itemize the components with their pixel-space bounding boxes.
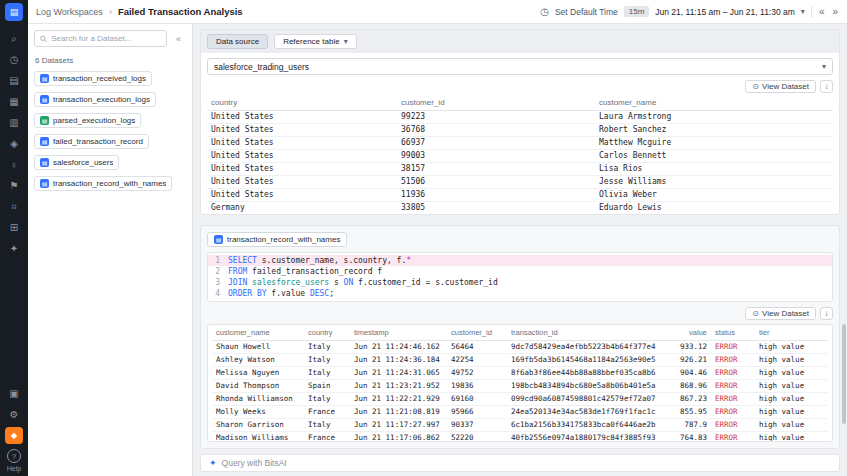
- column-header: customer_id: [447, 325, 507, 341]
- download-icon[interactable]: ↓: [820, 307, 833, 320]
- table-cell: 40fb2556e0974a1880179c84f3885f93: [507, 432, 665, 443]
- table-cell: 169fb5da3b6145468a1184a2563e90e5: [507, 354, 665, 367]
- table-cell: Germany: [207, 202, 397, 215]
- search-icon[interactable]: ⌕: [5, 30, 23, 47]
- table-cell: 99223: [397, 111, 595, 124]
- time-range-label[interactable]: Jun 21, 11:15 am – Jun 21, 11:30 am: [655, 7, 795, 17]
- time-forward-button[interactable]: »: [831, 6, 839, 17]
- alerts-icon[interactable]: ⚑: [5, 177, 23, 194]
- table-cell: ERROR: [711, 380, 755, 393]
- table-cell: David Thompson: [212, 380, 304, 393]
- dataset-sidebar: « 6 Datasets ▤transaction_received_logs▤…: [28, 24, 193, 476]
- duration-badge[interactable]: 15m: [624, 6, 650, 17]
- table-cell: Carlos Bennett: [595, 150, 833, 163]
- datasource-tabstrip: Data source Reference table ▾: [201, 30, 839, 53]
- vertical-scrollbar[interactable]: [842, 324, 846, 424]
- dashboards-icon[interactable]: ▦: [5, 93, 23, 110]
- tab-data-source[interactable]: Data source: [207, 34, 268, 49]
- table-cell: 49752: [447, 367, 507, 380]
- table-cell: 33805: [397, 202, 595, 215]
- dataset-item[interactable]: ▤failed_transaction_record: [34, 134, 149, 149]
- clock-icon: ◷: [540, 6, 549, 17]
- table-cell: 42254: [447, 354, 507, 367]
- breadcrumb[interactable]: Log Workspaces: [36, 7, 103, 17]
- dataset-icon: ▤: [40, 74, 49, 83]
- dataset-item[interactable]: ▤transaction_execution_logs: [34, 92, 156, 107]
- sql-editor[interactable]: 1SELECT s.customer_name, s.country, f.*2…: [207, 252, 833, 302]
- table-cell: France: [304, 406, 350, 419]
- table-row: Sharon GarrisonItalyJun 21 11:17:27.9979…: [212, 419, 828, 432]
- dataset-item[interactable]: ▤transaction_received_logs: [34, 71, 152, 86]
- reference-table-dropdown[interactable]: Reference table ▾: [274, 34, 357, 49]
- table-cell: Jesse Williams: [595, 176, 833, 189]
- table-row: Rhonda WilliamsonItalyJun 21 11:22:21.92…: [212, 393, 828, 406]
- time-back-button[interactable]: «: [818, 6, 826, 17]
- collapse-panel-icon[interactable]: «: [171, 31, 186, 46]
- chevron-down-icon[interactable]: ▾: [801, 7, 805, 16]
- table-cell: 38157: [397, 163, 595, 176]
- globe-icon[interactable]: ♁: [5, 156, 23, 173]
- table-cell: ERROR: [711, 393, 755, 406]
- table-cell: high value: [755, 380, 828, 393]
- set-default-time-button[interactable]: Set Default Time: [555, 7, 618, 17]
- table-cell: 11936: [397, 189, 595, 202]
- workspace-badge-icon[interactable]: ◆: [5, 427, 23, 444]
- dataset-icon: ▤: [40, 95, 49, 104]
- table-cell: 926.21: [665, 354, 711, 367]
- column-header: country: [207, 95, 397, 111]
- history-icon[interactable]: ◷: [5, 51, 23, 68]
- table-row: Germany33805Eduardo Lewis: [207, 202, 833, 215]
- table-cell: Melissa Nguyen: [212, 367, 304, 380]
- dataset-tag[interactable]: ▤ transaction_record_with_names: [207, 232, 347, 247]
- column-header: country: [304, 325, 350, 341]
- dataset-item-label: parsed_execution_logs: [53, 116, 135, 125]
- query-panel: ▤ transaction_record_with_names 1SELECT …: [200, 225, 840, 449]
- table-cell: 6c1ba2156b334175833bca0f6446ae2b: [507, 419, 665, 432]
- table-cell: Jun 21 11:17:06.862: [350, 432, 447, 443]
- monitor-icon[interactable]: ▣: [5, 385, 23, 402]
- table-row: United States36768Robert Sanchez: [207, 124, 833, 137]
- help-icon[interactable]: ?: [7, 449, 21, 463]
- dataset-icon: ▤: [40, 179, 49, 188]
- datasource-toolbar: ⊙ View Dataset ↓: [201, 80, 839, 95]
- table-row: David ThompsonSpainJun 21 11:23:21.95219…: [212, 380, 828, 393]
- dataset-item[interactable]: ▤salesforce_users: [34, 155, 119, 170]
- table-cell: Jun 21 11:22:21.929: [350, 393, 447, 406]
- dataset-searchbox[interactable]: [34, 30, 167, 47]
- table-cell: Jun 21 11:24:31.065: [350, 367, 447, 380]
- table-cell: 52220: [447, 432, 507, 443]
- settings-gear-icon[interactable]: ⚙: [5, 406, 23, 423]
- table-cell: 8f6ab3f86ee44bb88a88bbef035ca8b6: [507, 367, 665, 380]
- table-cell: high value: [755, 354, 828, 367]
- download-icon[interactable]: ↓: [820, 80, 833, 93]
- help-label[interactable]: Help: [7, 465, 21, 472]
- column-header: customer_id: [397, 95, 595, 111]
- dataset-search-input[interactable]: [51, 34, 161, 43]
- search-icon: [40, 35, 47, 43]
- icon-rail: ▤ ⌕◷▤▦▥◈♁⚑⌗⊞✦ ▣⚙◆ ? Help: [0, 0, 28, 476]
- pipelines-icon[interactable]: ⌗: [5, 198, 23, 215]
- dataset-item-label: transaction_execution_logs: [53, 95, 150, 104]
- dataset-item[interactable]: ▤parsed_execution_logs: [34, 113, 141, 128]
- table-cell: 56464: [447, 341, 507, 354]
- bitsai-query-bar[interactable]: ✦ Query with BitsAI: [200, 454, 840, 472]
- explore-icon[interactable]: ✦: [5, 240, 23, 257]
- table-cell: high value: [755, 406, 828, 419]
- table-row: Shaun HowellItalyJun 21 11:24:46.1625646…: [212, 341, 828, 354]
- view-dataset-button[interactable]: ⊙ View Dataset: [745, 307, 816, 320]
- table-cell: Jun 21 11:17:27.997: [350, 419, 447, 432]
- line-number: 3: [208, 277, 228, 288]
- apps-icon[interactable]: ⊞: [5, 219, 23, 236]
- table-cell: ERROR: [711, 419, 755, 432]
- metrics-icon[interactable]: ▥: [5, 114, 23, 131]
- dataset-item[interactable]: ▤transaction_record_with_names: [34, 176, 172, 191]
- table-cell: United States: [207, 150, 397, 163]
- table-row: United States11936Olivia Weber: [207, 189, 833, 202]
- view-dataset-button[interactable]: ⊙ View Dataset: [745, 80, 816, 93]
- dataset-select[interactable]: salesforce_trading_users ▾: [207, 58, 833, 75]
- logs-icon[interactable]: ▤: [5, 72, 23, 89]
- app-logo[interactable]: ▤: [5, 3, 23, 21]
- table-cell: Eduardo Lewis: [595, 202, 833, 215]
- table-row: United States99003Carlos Bennett: [207, 150, 833, 163]
- datasets-icon[interactable]: ◈: [5, 135, 23, 152]
